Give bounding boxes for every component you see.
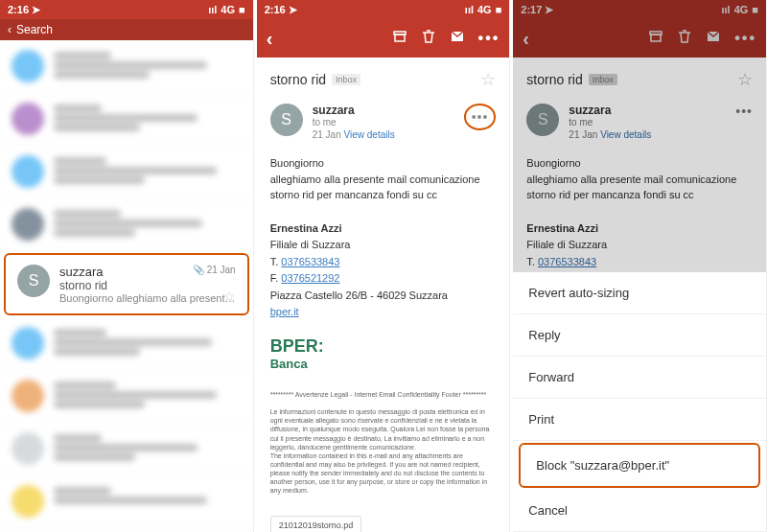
network-label: 4G bbox=[477, 4, 492, 15]
email-preview: Buongiorno alleghiamo alla presente mail… bbox=[59, 292, 236, 304]
avatar bbox=[12, 432, 44, 465]
sender-row: S suzzara to me 21 Jan View details ••• bbox=[257, 98, 510, 146]
list-item[interactable] bbox=[0, 93, 253, 146]
trash-icon[interactable] bbox=[421, 29, 436, 48]
action-forward[interactable]: Forward bbox=[513, 357, 766, 399]
signature: Ernestina Azzi Filiale di Suzzara T. 037… bbox=[257, 213, 510, 330]
attachment-icon: 📎 bbox=[193, 265, 204, 275]
sender-more-button[interactable]: ••• bbox=[464, 104, 497, 130]
list-item[interactable] bbox=[0, 146, 253, 198]
email-subject: storno rid bbox=[59, 279, 236, 292]
status-time: 2:16 bbox=[265, 4, 286, 15]
subject-text: storno rid bbox=[270, 72, 326, 87]
svg-rect-1 bbox=[395, 35, 405, 41]
sender-to: to me bbox=[313, 117, 454, 127]
list-item[interactable] bbox=[0, 40, 253, 93]
subject-row: storno ridInbox ☆ bbox=[257, 58, 510, 98]
attachment-chip[interactable]: 21012019storno.pd bbox=[270, 516, 362, 532]
network-label: 4G bbox=[221, 4, 235, 15]
star-icon[interactable]: ☆ bbox=[223, 289, 236, 304]
inbox-badge: Inbox bbox=[332, 74, 360, 85]
toolbar: ‹ ••• bbox=[257, 19, 510, 58]
action-print[interactable]: Print bbox=[513, 399, 766, 441]
location-icon: ➤ bbox=[289, 4, 297, 16]
web-link[interactable]: bper.it bbox=[270, 306, 299, 317]
screen-action-sheet: 2:17➤ ııl4G■ ‹ ••• storno ridInbox☆ S su… bbox=[513, 0, 767, 532]
action-reply[interactable]: Reply bbox=[513, 314, 766, 357]
view-details-link[interactable]: View details bbox=[343, 129, 394, 140]
star-icon[interactable]: ☆ bbox=[480, 69, 496, 90]
avatar bbox=[12, 208, 44, 241]
bper-logo: BPER: Banca bbox=[257, 329, 510, 379]
action-cancel[interactable]: Cancel bbox=[513, 490, 766, 532]
email-list: S suzzara storno rid Buongiorno alleghia… bbox=[0, 40, 253, 528]
email-body: Buongiorno alleghiamo alla presente mail… bbox=[257, 146, 510, 213]
avatar bbox=[12, 103, 44, 135]
avatar bbox=[12, 327, 44, 359]
archive-icon[interactable] bbox=[392, 29, 407, 48]
location-icon: ➤ bbox=[32, 4, 40, 16]
fax-link[interactable]: 0376521292 bbox=[281, 272, 339, 284]
list-item[interactable] bbox=[0, 317, 253, 370]
avatar bbox=[12, 380, 44, 412]
search-label: Search bbox=[16, 23, 53, 36]
status-time: 2:16 bbox=[8, 4, 29, 15]
action-revert[interactable]: Revert auto-sizing bbox=[513, 272, 766, 314]
mail-icon[interactable] bbox=[450, 29, 465, 48]
legal-footer: ********* Avvertenze Legali - Internet E… bbox=[257, 379, 510, 506]
avatar: S bbox=[270, 104, 303, 136]
sender-name: suzzara bbox=[313, 104, 454, 117]
tel-link[interactable]: 0376533843 bbox=[281, 256, 339, 267]
signal-icon: ııl bbox=[208, 4, 217, 15]
avatar bbox=[12, 485, 44, 518]
action-block[interactable]: Block "suzzara@bper.it" bbox=[519, 443, 760, 488]
search-chevron-icon: ‹ bbox=[8, 23, 12, 36]
status-bar: 2:16➤ ııl4G■ bbox=[0, 0, 253, 19]
email-date: 📎 21 Jan bbox=[193, 265, 236, 275]
list-item[interactable] bbox=[0, 198, 253, 251]
battery-icon: ■ bbox=[496, 4, 502, 15]
avatar: S bbox=[17, 265, 50, 297]
battery-icon: ■ bbox=[239, 4, 245, 15]
list-item[interactable] bbox=[0, 370, 253, 423]
more-icon[interactable]: ••• bbox=[478, 30, 500, 47]
action-sheet: Revert auto-sizing Reply Forward Print B… bbox=[513, 271, 766, 532]
screen-inbox: 2:16➤ ııl4G■ ‹ Search S suzzara storno r… bbox=[0, 0, 254, 532]
list-item-suzzara[interactable]: S suzzara storno rid Buongiorno alleghia… bbox=[4, 253, 249, 315]
status-bar: 2:16➤ ııl4G■ bbox=[257, 0, 510, 19]
screen-email-detail: 2:16➤ ııl4G■ ‹ ••• storno ridInbox ☆ S s… bbox=[257, 0, 511, 532]
list-item[interactable] bbox=[0, 475, 253, 528]
avatar bbox=[12, 155, 44, 188]
signal-icon: ııl bbox=[465, 4, 474, 15]
avatar bbox=[12, 50, 44, 82]
back-button[interactable]: ‹ bbox=[267, 28, 273, 50]
list-item[interactable] bbox=[0, 423, 253, 475]
search-bar[interactable]: ‹ Search bbox=[0, 19, 253, 40]
